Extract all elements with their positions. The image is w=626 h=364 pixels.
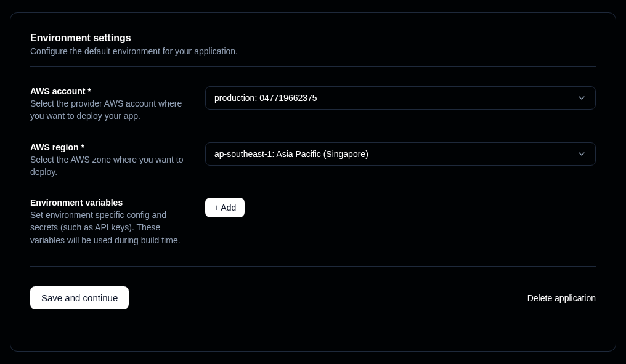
chevron-down-icon (577, 149, 587, 159)
action-row: Save and continue Delete application (30, 286, 596, 309)
divider (30, 66, 596, 67)
add-env-var-button[interactable]: + Add (205, 198, 245, 217)
aws-region-label: AWS region * (30, 142, 190, 152)
delete-application-link[interactable]: Delete application (527, 293, 596, 303)
aws-account-value: production: 047719662375 (214, 93, 317, 103)
env-vars-description: Set environment specific config and secr… (30, 209, 190, 246)
env-vars-row: Environment variables Set environment sp… (30, 198, 596, 246)
environment-settings-panel: Environment settings Configure the defau… (10, 12, 616, 352)
aws-region-description: Select the AWS zone where you want to de… (30, 153, 190, 179)
aws-account-select[interactable]: production: 047719662375 (205, 86, 596, 110)
page-subtitle: Configure the default environment for yo… (30, 46, 596, 56)
aws-region-select[interactable]: ap-southeast-1: Asia Pacific (Singapore) (205, 142, 596, 166)
save-button[interactable]: Save and continue (30, 286, 129, 309)
page-title: Environment settings (30, 33, 596, 44)
aws-account-row: AWS account * Select the provider AWS ac… (30, 86, 596, 123)
aws-account-description: Select the provider AWS account where yo… (30, 97, 190, 123)
aws-region-value: ap-southeast-1: Asia Pacific (Singapore) (214, 149, 368, 159)
env-vars-label: Environment variables (30, 198, 190, 208)
divider (30, 266, 596, 267)
aws-region-row: AWS region * Select the AWS zone where y… (30, 142, 596, 179)
aws-account-label: AWS account * (30, 86, 190, 96)
chevron-down-icon (577, 93, 587, 103)
